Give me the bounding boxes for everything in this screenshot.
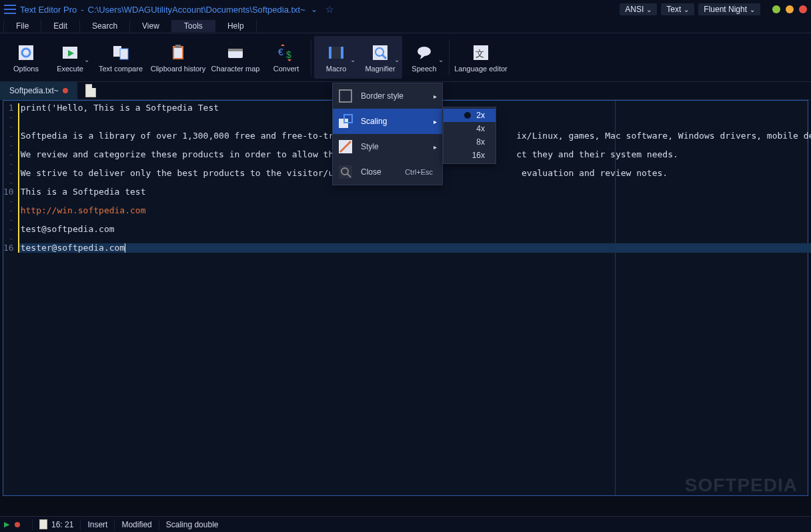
scaling-option-4x[interactable]: 4x <box>444 122 496 135</box>
options-icon <box>16 43 36 63</box>
execute-icon <box>60 43 80 63</box>
svg-rect-7 <box>174 48 182 58</box>
radio-selected-icon <box>464 112 471 119</box>
chevron-down-icon: ⌄ <box>750 6 755 13</box>
page-icon <box>39 519 47 529</box>
scaling-status: Scaling double <box>166 520 219 529</box>
ribbon-magnifier[interactable]: Magnifier⌄ <box>358 36 402 79</box>
statusbar: ▶ 16: 21 Insert Modified Scaling double <box>0 516 811 532</box>
ribbon-clipboard-history[interactable]: Clipboard history <box>149 36 207 79</box>
ribbon-character-map[interactable]: Character map <box>207 36 264 79</box>
chevron-right-icon: ▸ <box>434 143 437 151</box>
gutter-line: - <box>3 150 18 159</box>
menu-item-border-style[interactable]: Border style▸ <box>333 83 442 109</box>
code-line[interactable] <box>18 215 811 225</box>
compare-icon <box>111 43 131 63</box>
menu-edit[interactable]: Edit <box>41 20 80 32</box>
ribbon-tools: OptionsExecute⌄Text compareClipboard his… <box>0 33 811 81</box>
gutter-line: 10 <box>3 187 18 197</box>
gutter-line: - <box>3 141 18 150</box>
svg-text:文: 文 <box>476 49 484 59</box>
close-dot[interactable] <box>799 5 807 13</box>
svg-rect-10 <box>228 49 243 51</box>
modified-indicator-icon <box>63 88 68 93</box>
macro-icon <box>326 43 346 63</box>
menu-item-close[interactable]: CloseCtrl+Esc <box>333 159 442 185</box>
scaling-option-16x[interactable]: 16x <box>444 149 496 162</box>
scaling-option-8x[interactable]: 8x <box>444 135 496 149</box>
gutter-line: - <box>3 122 18 131</box>
magnifier-menu: Border style▸Scaling▸Style▸CloseCtrl+Esc <box>332 83 443 185</box>
scaling-option-2x[interactable]: 2x <box>444 109 496 122</box>
ribbon-convert[interactable]: €$Convert <box>264 36 308 79</box>
ribbon-options[interactable]: Options <box>4 36 48 79</box>
ribbon-speech[interactable]: Speech⌄ <box>402 36 446 79</box>
title-separator: - <box>81 5 83 15</box>
insert-mode[interactable]: Insert <box>87 520 107 529</box>
title-dropdown-icon[interactable]: ⌄ <box>311 5 317 14</box>
charmap-icon <box>225 43 245 63</box>
new-tab-icon[interactable] <box>85 84 96 97</box>
chevron-down-icon: ⌄ <box>438 56 444 63</box>
close-magnifier-icon <box>337 163 354 181</box>
chevron-down-icon: ⌄ <box>394 56 399 63</box>
magnifier-icon <box>370 43 390 63</box>
ribbon-macro[interactable]: Macro⌄ <box>314 36 358 79</box>
menu-tools[interactable]: Tools <box>171 20 215 32</box>
chevron-down-icon: ⌄ <box>646 6 652 13</box>
play-icon[interactable]: ▶ <box>4 520 9 529</box>
window-controls <box>772 5 807 13</box>
gutter-line: - <box>3 215 18 225</box>
ribbon-language-editor[interactable]: 文Language editor <box>452 36 510 79</box>
menu-item-scaling[interactable]: Scaling▸ <box>333 109 442 134</box>
code-line[interactable]: This is a Softpedia test <box>18 187 811 197</box>
maximize-dot[interactable] <box>786 5 794 13</box>
code-line[interactable]: test@softpedia.com <box>18 225 811 234</box>
menu-view[interactable]: View <box>129 20 172 32</box>
chevron-down-icon: ⌄ <box>84 56 89 63</box>
style-icon <box>337 138 354 155</box>
convert-icon: €$ <box>276 43 296 63</box>
border-icon <box>337 87 354 105</box>
svg-text:€: € <box>278 47 283 57</box>
menu-help[interactable]: Help <box>215 20 257 32</box>
file-tab[interactable]: Softpedia.txt~ <box>0 81 77 100</box>
code-line[interactable]: http://win.softpedia.com <box>18 206 811 215</box>
mode-dropdown[interactable]: Text⌄ <box>661 3 694 15</box>
chevron-right-icon: ▸ <box>434 118 437 125</box>
favorite-star-icon[interactable]: ☆ <box>325 4 334 15</box>
record-icon[interactable] <box>15 522 20 527</box>
minimize-dot[interactable] <box>772 5 780 13</box>
titlebar: Text Editor Pro - C:\Users\WDAGUtilityAc… <box>0 0 811 19</box>
svg-rect-23 <box>339 90 351 102</box>
ribbon-text-compare[interactable]: Text compare <box>92 36 149 79</box>
gutter-line: 1 <box>3 103 18 113</box>
svg-rect-14 <box>329 47 331 59</box>
menubar: FileEditSearchViewToolsHelp <box>0 19 811 33</box>
gutter-line: - <box>3 113 18 122</box>
gutter-line: - <box>3 197 18 206</box>
modified-status: Modified <box>121 520 151 529</box>
clipboard-icon <box>168 43 188 63</box>
chevron-down-icon: ⌄ <box>684 6 689 13</box>
speech-icon <box>414 43 434 63</box>
ribbon-execute[interactable]: Execute⌄ <box>48 36 92 79</box>
hamburger-menu-icon[interactable] <box>4 5 16 14</box>
code-line[interactable]: tester@softpedia.com <box>18 243 811 253</box>
svg-text:$: $ <box>286 49 291 60</box>
chevron-right-icon: ▸ <box>434 93 437 100</box>
code-line[interactable] <box>18 234 811 243</box>
menu-search[interactable]: Search <box>79 20 130 32</box>
gutter-line: - <box>3 206 18 215</box>
menu-file[interactable]: File <box>3 20 41 32</box>
cursor-position: 16: 21 <box>51 520 73 529</box>
gutter-line: - <box>3 225 18 234</box>
svg-point-19 <box>418 47 431 56</box>
menu-item-style[interactable]: Style▸ <box>333 134 442 159</box>
chevron-down-icon: ⌄ <box>350 56 355 63</box>
watermark: SOFTPEDIA <box>685 475 798 496</box>
line-gutter: 1--------10-----16 <box>3 101 18 495</box>
code-line[interactable] <box>18 197 811 206</box>
encoding-dropdown[interactable]: ANSI⌄ <box>620 3 657 15</box>
theme-dropdown[interactable]: Fluent Night⌄ <box>698 3 760 15</box>
